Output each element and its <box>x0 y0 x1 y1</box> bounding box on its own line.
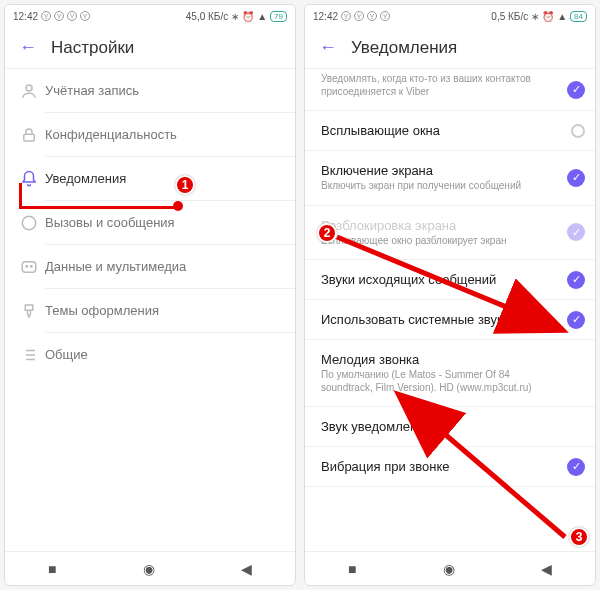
brush-icon <box>19 301 39 321</box>
wifi-icon: ▲ <box>257 11 267 22</box>
alarm-icon: ⏰ <box>242 11 254 22</box>
annotation-badge-3: 3 <box>569 527 589 547</box>
menu-label: Общие <box>45 347 88 362</box>
menu-item-privacy[interactable]: Конфиденциальность <box>5 113 295 156</box>
phone-left: 12:42 Y Y Y Y 45,0 КБ/с ∗ ⏰ ▲ 79 ← Настр… <box>4 4 296 586</box>
settings-menu: Учётная запись Конфиденциальность Уведом… <box>5 69 295 551</box>
menu-item-general[interactable]: Общие <box>5 333 295 376</box>
status-time: 12:42 <box>13 11 38 22</box>
menu-label: Вызовы и сообщения <box>45 215 175 230</box>
annotation-arrow <box>305 5 596 586</box>
menu-label: Конфиденциальность <box>45 127 177 142</box>
nav-home-icon[interactable]: ◉ <box>143 561 155 577</box>
status-icon: Y <box>54 11 64 21</box>
annotation-tick <box>19 183 22 208</box>
status-data: 45,0 КБ/с <box>186 11 228 22</box>
lock-icon <box>19 125 39 145</box>
menu-label: Уведомления <box>45 171 126 186</box>
user-icon <box>19 81 39 101</box>
svg-rect-1 <box>24 134 35 141</box>
titlebar: ← Настройки <box>5 27 295 69</box>
media-icon <box>19 257 39 277</box>
nav-recent-icon[interactable]: ■ <box>48 561 56 577</box>
svg-point-4 <box>26 265 28 267</box>
svg-line-7 <box>337 237 555 327</box>
annotation-underline <box>19 206 179 209</box>
menu-label: Темы оформления <box>45 303 159 318</box>
menu-item-themes[interactable]: Темы оформления <box>5 289 295 332</box>
status-icon: Y <box>67 11 77 21</box>
statusbar: 12:42 Y Y Y Y 45,0 КБ/с ∗ ⏰ ▲ 79 <box>5 5 295 27</box>
status-icon: Y <box>80 11 90 21</box>
menu-label: Учётная запись <box>45 83 139 98</box>
bell-icon <box>19 169 39 189</box>
menu-item-account[interactable]: Учётная запись <box>5 69 295 112</box>
list-icon <box>19 345 39 365</box>
page-title: Настройки <box>51 38 134 58</box>
bluetooth-icon: ∗ <box>231 11 239 22</box>
menu-item-media[interactable]: Данные и мультимедиа <box>5 245 295 288</box>
annotation-badge-1: 1 <box>175 175 195 195</box>
nav-back-icon[interactable]: ◀ <box>241 561 252 577</box>
menu-item-notifications[interactable]: Уведомления <box>5 157 295 200</box>
svg-rect-3 <box>22 261 36 272</box>
svg-line-8 <box>405 400 565 537</box>
battery-icon: 79 <box>270 11 287 22</box>
chat-icon <box>19 213 39 233</box>
status-icon: Y <box>41 11 51 21</box>
phone-right: 12:42 Y Y Y Y 0,5 КБ/с ∗ ⏰ ▲ 84 ← Уведом… <box>304 4 596 586</box>
svg-point-0 <box>26 85 32 91</box>
menu-label: Данные и мультимедиа <box>45 259 186 274</box>
back-icon[interactable]: ← <box>19 37 37 58</box>
svg-point-5 <box>31 265 33 267</box>
navbar: ■ ◉ ◀ <box>5 551 295 585</box>
annotation-badge-2: 2 <box>317 223 337 243</box>
